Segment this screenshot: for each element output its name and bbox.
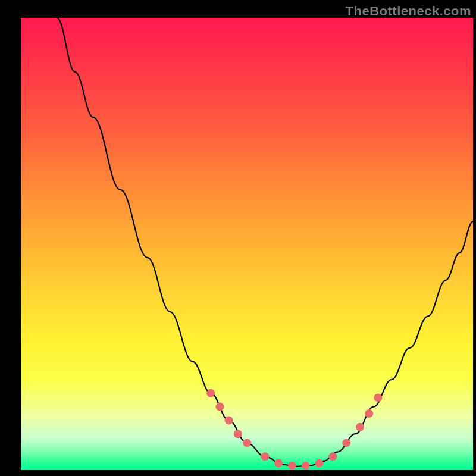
marker-dot (356, 423, 364, 431)
marker-dot (243, 439, 251, 447)
marker-dot (234, 430, 242, 438)
marker-dot (206, 389, 215, 397)
chart-plot (21, 18, 473, 470)
marker-dot (374, 393, 382, 402)
marker-dot (215, 403, 224, 411)
marker-dot (328, 452, 337, 461)
marker-dot (302, 461, 310, 469)
marker-dot (261, 452, 269, 461)
marker-dot (365, 409, 373, 418)
marker-dots (206, 389, 382, 470)
marker-dot (315, 459, 324, 468)
watermark-text: TheBottleneck.com (346, 4, 471, 19)
chart-frame (21, 18, 473, 470)
marker-dot (274, 459, 283, 468)
marker-dot (288, 461, 296, 469)
marker-dot (342, 439, 350, 447)
marker-dot (225, 416, 233, 424)
bottleneck-curve (57, 18, 473, 466)
